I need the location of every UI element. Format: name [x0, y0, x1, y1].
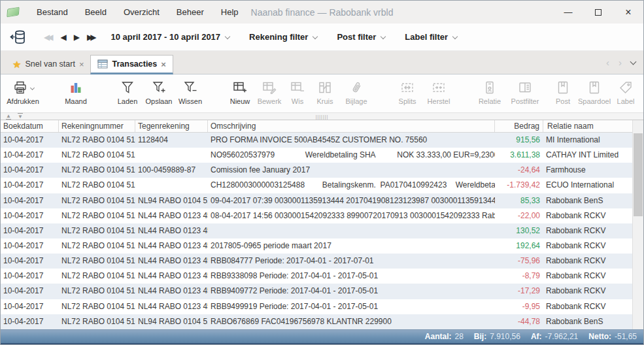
table-row[interactable]: 10-04-2017 NL72 RABO 0104 510... NL44 RA…	[1, 284, 643, 299]
cell-tegenrekening: NL44 RABO 0123 456...	[135, 208, 208, 223]
header-boekdatum[interactable]: Boekdatum	[1, 120, 59, 132]
laden-button[interactable]: Laden	[112, 78, 143, 105]
tab-snel-van-start[interactable]: ★ Snel van start ×	[6, 54, 90, 74]
table-row[interactable]: 10-04-2017 NL72 RABO 0104 510... NO95602…	[1, 148, 643, 163]
maximize-button[interactable]	[583, 1, 613, 24]
cell-rekeningnummer: NL72 RABO 0104 510...	[59, 208, 135, 223]
table-row[interactable]: 10-04-2017 NL72 RABO 0104 510... CH12800…	[1, 178, 643, 193]
splitter-toggles: ▲ ▼	[6, 113, 23, 120]
scroll-tabs-right-icon[interactable]: ›	[619, 58, 622, 67]
cell-rekeningnummer: NL72 RABO 0104 510...	[59, 163, 135, 178]
toolbar-button-label: Maand	[65, 97, 87, 105]
cross-match-icon	[317, 80, 333, 95]
header-rekeningnummer[interactable]: Rekeningnummer	[59, 120, 135, 132]
action-toolbar: Afdrukken Maand Laden Opslaan Wissen Nie…	[1, 74, 643, 112]
header-tegenrekening[interactable]: Tegenrekening	[135, 120, 208, 132]
table-row[interactable]: 10-04-2017 NL72 RABO 0104 510... NL44 RA…	[1, 254, 643, 269]
toolbar-button-label: Wissen	[178, 97, 202, 105]
split-icon	[399, 80, 415, 95]
cell-relatie-naam: Rabobank BenS	[543, 314, 632, 329]
menu-beeld[interactable]: Beeld	[76, 1, 115, 24]
header-bedrag[interactable]: Bedrag	[495, 120, 543, 132]
cell-relatie-naam: Rabobank RCKV	[543, 238, 632, 254]
table-row[interactable]: 10-04-2017 NL72 RABO 0104 510... NL44 RA…	[1, 299, 643, 314]
cell-tegenrekening	[135, 178, 208, 193]
collapse-down-icon[interactable]: ▼	[18, 113, 23, 120]
cell-rekeningnummer: NL72 RABO 0104 510...	[59, 193, 135, 208]
cell-omschrijving: Comission fee January 2017	[208, 163, 495, 178]
toolbar-button-label: Opslaan	[146, 97, 173, 105]
scrollbar-thumb[interactable]	[634, 133, 643, 216]
header-omschrijving[interactable]: Omschrijving	[208, 120, 495, 132]
cell-omschrijving	[208, 223, 495, 238]
table-row[interactable]: 10-04-2017 NL72 RABO 0104 510... NL44 RA…	[1, 208, 643, 223]
close-tab-icon[interactable]: ×	[79, 60, 84, 69]
database-export-icon[interactable]	[10, 29, 27, 46]
next-period-icon[interactable]: ▶	[74, 33, 80, 41]
collapse-up-icon[interactable]: ▲	[6, 113, 11, 120]
toolbar-button-label: Label	[617, 97, 635, 105]
cell-tegenrekening: 1128404	[135, 133, 208, 148]
cell-boekdatum: 10-04-2017	[1, 238, 59, 254]
table-row[interactable]: 10-04-2017 NL72 RABO 0104 510... 1128404…	[1, 133, 643, 148]
status-label: Netto:	[588, 332, 611, 341]
scroll-tabs-left-icon[interactable]: ‹	[606, 58, 609, 67]
vertical-scrollbar[interactable]	[632, 120, 643, 329]
splitter-grip[interactable]: |||||||	[316, 114, 329, 120]
menu-help[interactable]: Help	[212, 1, 247, 24]
minimize-button[interactable]: —	[553, 1, 583, 24]
kruis-button: Kruis	[311, 78, 339, 105]
label-filter-dropdown[interactable]: Label filter	[405, 32, 448, 42]
cell-boekdatum: 10-04-2017	[1, 254, 59, 269]
table-row[interactable]: 10-04-2017 NL72 RABO 0104 510... NL44 RA…	[1, 269, 643, 284]
spaardoel-button: Spaardoel	[576, 78, 613, 105]
afdrukken-button[interactable]: Afdrukken	[2, 78, 44, 105]
previous-period-icon[interactable]: ◀	[60, 33, 66, 41]
menu-bestand[interactable]: Bestand	[28, 1, 76, 24]
cell-omschrijving: RABO676869 FAC04196756978 KLANTNR 229900	[208, 314, 495, 329]
maand-button[interactable]: Maand	[58, 78, 93, 105]
opslaan-button[interactable]: Opslaan	[143, 78, 175, 105]
table-remove-icon	[290, 80, 305, 95]
cell-omschrijving: CH1280003000003125488 Betalingskenm. PA0…	[208, 178, 495, 193]
nieuw-button[interactable]: Nieuw	[226, 78, 254, 105]
table-row[interactable]: 10-04-2017 NL72 RABO 0104 510... NL44 RA…	[1, 223, 643, 238]
table-row[interactable]: 10-04-2017 NL72 RABO 0104 510... NL44 RA…	[1, 238, 643, 254]
date-range-dropdown[interactable]: 10 april 2017 - 10 april 2017	[110, 32, 220, 42]
post-filter-dropdown[interactable]: Post filter	[337, 32, 376, 42]
table-row[interactable]: 10-04-2017 NL72 RABO 0104 510... NL94 RA…	[1, 193, 643, 208]
status-bar: Aantal: 28 Bij: 7.910,56 Af: -7.962,21 N…	[1, 329, 643, 344]
table-row[interactable]: 10-04-2017 NL72 RABO 0104 510... NL94 RA…	[1, 314, 643, 329]
table-row[interactable]: 10-04-2017 NL72 RABO 0104 510... 100-045…	[1, 163, 643, 178]
toolbar-button-label: Bewerk	[258, 97, 282, 105]
cell-bedrag: -44,78	[495, 314, 543, 329]
status-value: -7.962,21	[545, 332, 579, 341]
close-tab-icon[interactable]: ×	[161, 60, 166, 69]
bookmark-icon	[586, 80, 602, 95]
close-button[interactable]: ×	[613, 1, 643, 24]
rekening-filter-dropdown[interactable]: Rekening filter	[249, 32, 308, 42]
menu-overzicht[interactable]: Overzicht	[115, 1, 168, 24]
status-aantal: Aantal: 28	[425, 332, 464, 341]
cell-bedrag: -9,95	[495, 299, 543, 314]
menu-beheer[interactable]: Beheer	[168, 1, 212, 24]
cell-rekeningnummer: NL72 RABO 0104 510...	[59, 148, 135, 163]
panel-splitter[interactable]: ▲ ▼ |||||||	[1, 112, 643, 120]
tab-transacties[interactable]: Transacties ×	[90, 55, 173, 74]
cell-tegenrekening: NL44 RABO 0123 456...	[135, 254, 208, 269]
cell-rekeningnummer: NL72 RABO 0104 510...	[59, 178, 135, 193]
wissen-button[interactable]: Wissen	[175, 78, 206, 105]
postfilter-button: Postfilter	[507, 78, 543, 105]
last-period-icon[interactable]: ▶▶	[87, 33, 96, 41]
cell-bedrag: -17,29	[495, 284, 543, 299]
cell-boekdatum: 10-04-2017	[1, 284, 59, 299]
cell-rekeningnummer: NL72 RABO 0104 510...	[59, 314, 135, 329]
tab-label: Snel van start	[25, 59, 75, 69]
cell-boekdatum: 10-04-2017	[1, 223, 59, 238]
header-relatie-naam[interactable]: Relatie naam	[543, 120, 632, 132]
cell-relatie-naam: Rabobank BenS	[543, 193, 632, 208]
cell-omschrijving: RBB9409772 Periode: 2017-04-01 - 2017-05…	[208, 284, 495, 299]
tab-list-chevron-icon[interactable]	[630, 58, 637, 65]
first-period-icon[interactable]: ◀◀	[44, 33, 53, 41]
cell-bedrag: -75,96	[495, 254, 543, 269]
